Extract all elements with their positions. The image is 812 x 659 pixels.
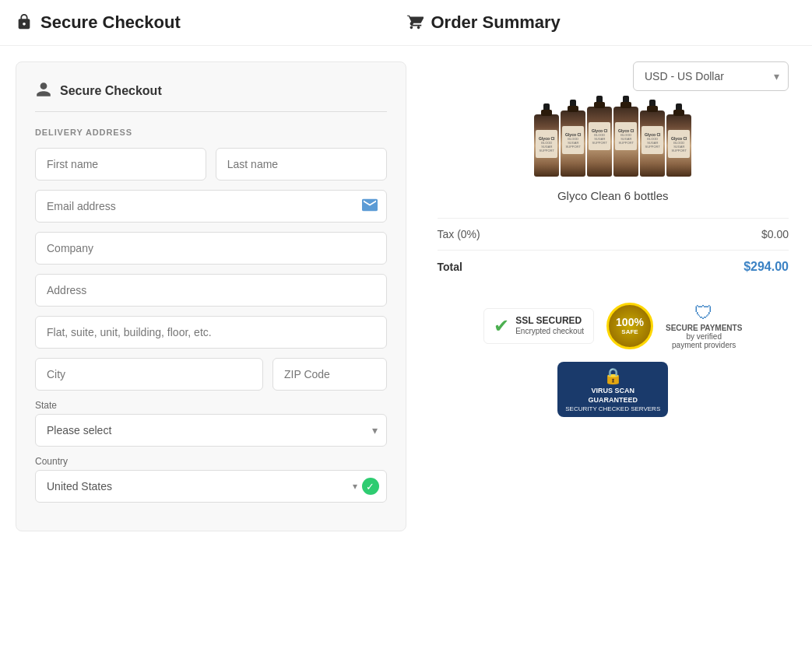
bottle-label-4: Glyco Cl BLOOD SUGAR SUPPORT [615, 122, 637, 150]
lock-icon [16, 13, 33, 33]
checkout-form-panel: Secure Checkout DELIVERY ADDRESS [16, 61, 406, 531]
currency-select-wrapper: USD - US Dollar EUR - Euro GBP - British… [633, 61, 789, 91]
zip-field [272, 358, 387, 391]
bottle-label-3: Glyco Cl BLOOD SUGAR SUPPORT [589, 122, 610, 150]
product-image-area: Glyco Cl BLOOD SUGAR SUPPORT Glyco Cl BL… [438, 107, 789, 177]
tax-value: $0.00 [761, 228, 789, 240]
person-icon [35, 81, 52, 100]
country-select[interactable]: United States Canada United Kingdom Aust… [35, 470, 387, 503]
virus-scan-line3: SECURITY CHECKED SERVERS [565, 405, 660, 412]
total-value: $294.00 [743, 260, 789, 274]
company-input[interactable] [35, 232, 387, 265]
address-input[interactable] [35, 274, 387, 307]
country-group: Country United States Canada United King… [35, 456, 387, 503]
virus-scan-line1: VIRUS SCAN [591, 387, 634, 394]
bottle-3: Glyco Cl BLOOD SUGAR SUPPORT [587, 107, 612, 177]
currency-selector: USD - US Dollar EUR - Euro GBP - British… [438, 61, 789, 91]
page-header: Secure Checkout Order Summary [0, 0, 812, 46]
tax-line: Tax (0%) $0.00 [438, 218, 789, 250]
first-name-input[interactable] [35, 148, 206, 181]
bottle-6: Glyco Cl BLOOD SUGAR SUPPORT [666, 114, 691, 177]
panel-title: Secure Checkout [60, 84, 162, 98]
bottle-2: Glyco Cl BLOOD SUGAR SUPPORT [561, 110, 585, 177]
virus-scan-line2: GUARANTEED [588, 396, 638, 404]
ssl-badge: ✔ SSL SECURED Encrypted checkout [483, 308, 594, 344]
country-select-wrapper: United States Canada United Kingdom Aust… [35, 470, 387, 503]
email-input[interactable] [35, 190, 387, 223]
bottle-label-5: Glyco Cl BLOOD SUGAR SUPPORT [642, 126, 663, 154]
bottle-label-2: Glyco Cl BLOOD SUGAR SUPPORT [562, 126, 584, 154]
bottle-5: Glyco Cl BLOOD SUGAR SUPPORT [640, 110, 665, 177]
company-row [35, 232, 387, 265]
state-select[interactable]: Please select Alabama Alaska Arizona Cal… [35, 414, 387, 447]
secure-payments-badge: 🛡 SECURE PAYMENTS by verified payment pr… [666, 302, 742, 349]
cart-icon [406, 13, 424, 33]
safe-badge: 100% SAFE [606, 303, 653, 349]
ssl-check-icon: ✔ [494, 315, 509, 337]
bottle-label-6: Glyco Cl BLOOD SUGAR SUPPORT [668, 130, 690, 158]
state-label: State [35, 400, 387, 411]
panel-header: Secure Checkout [35, 81, 387, 112]
safe-100-text: 100% [616, 316, 644, 328]
main-layout: Secure Checkout DELIVERY ADDRESS [0, 46, 812, 547]
bottle-4: Glyco Cl BLOOD SUGAR SUPPORT [613, 107, 638, 177]
flat-input[interactable] [35, 316, 387, 349]
ssl-text-block: SSL SECURED Encrypted checkout [515, 315, 584, 336]
order-summary-panel: USD - US Dollar EUR - Euro GBP - British… [430, 61, 797, 531]
email-field-wrapper [35, 190, 387, 223]
shield-payments-icon: 🛡 [694, 302, 713, 324]
total-label: Total [438, 261, 462, 273]
last-name-input[interactable] [216, 148, 387, 181]
trust-badges: ✔ SSL SECURED Encrypted checkout 100% SA… [438, 302, 789, 417]
address-row [35, 274, 387, 307]
name-row [35, 148, 387, 181]
company-field [35, 232, 387, 265]
virus-scan-badge: 🔒 VIRUS SCAN GUARANTEED SECURITY CHECKED… [557, 362, 668, 417]
product-bottles: Glyco Cl BLOOD SUGAR SUPPORT Glyco Cl BL… [534, 107, 691, 177]
city-zip-row [35, 358, 387, 391]
header-left: Secure Checkout [16, 12, 406, 33]
state-select-wrapper: Please select Alabama Alaska Arizona Cal… [35, 414, 387, 447]
last-name-field [216, 148, 387, 181]
tax-label: Tax (0%) [438, 228, 480, 240]
secure-payments-line3: payment providers [672, 341, 736, 349]
total-line: Total $294.00 [438, 250, 789, 283]
address-field [35, 274, 387, 307]
secure-payments-line1: SECURE PAYMENTS [666, 324, 742, 332]
email-icon [362, 199, 378, 214]
delivery-address-label: DELIVERY ADDRESS [35, 128, 387, 137]
city-field [35, 358, 263, 391]
zip-input[interactable] [272, 358, 387, 391]
ssl-subtitle: Encrypted checkout [515, 326, 584, 336]
order-summary-title: Order Summary [431, 12, 561, 33]
ssl-title: SSL SECURED [515, 315, 584, 326]
first-name-field [35, 148, 206, 181]
header-right: Order Summary [406, 12, 797, 33]
secure-checkout-title: Secure Checkout [40, 12, 181, 33]
flat-row [35, 316, 387, 349]
country-label: Country [35, 456, 387, 467]
bottle-1: Glyco Cl BLOOD SUGAR SUPPORT [534, 114, 559, 177]
bottle-label-1: Glyco Cl BLOOD SUGAR SUPPORT [536, 130, 557, 158]
flat-field [35, 316, 387, 349]
secure-payments-line2: by verified [686, 332, 722, 341]
virus-scan-icon: 🔒 [603, 366, 623, 385]
state-group: State Please select Alabama Alaska Arizo… [35, 400, 387, 447]
product-name: Glyco Clean 6 bottles [438, 189, 789, 202]
safe-text: SAFE [621, 328, 638, 335]
city-input[interactable] [35, 358, 263, 391]
currency-select[interactable]: USD - US Dollar EUR - Euro GBP - British… [633, 61, 789, 91]
